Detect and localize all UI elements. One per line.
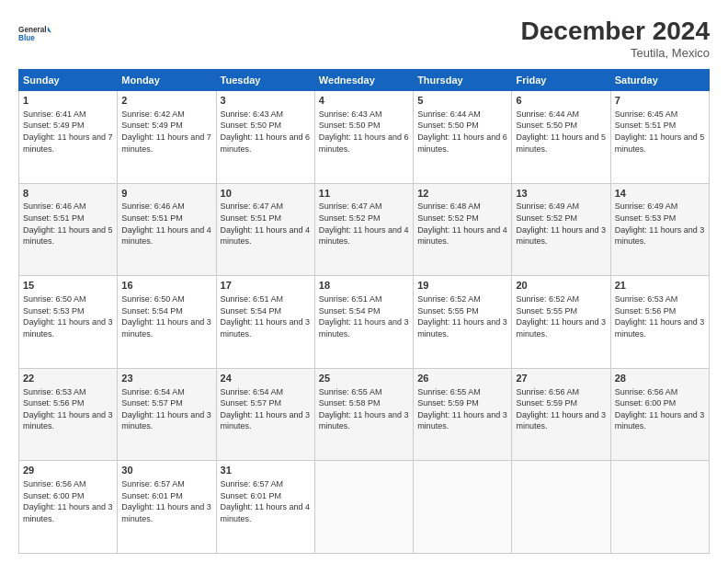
day-number: 11 [319, 187, 409, 201]
logo: General Blue [18, 17, 51, 50]
day-number: 27 [516, 372, 606, 385]
day-number: 19 [417, 279, 507, 293]
day-info: Sunrise: 6:56 AM Sunset: 6:00 PM Dayligh… [23, 478, 113, 524]
day-cell-9: 9Sunrise: 6:46 AM Sunset: 5:51 PM Daylig… [118, 183, 216, 276]
day-number: 18 [319, 279, 409, 293]
day-info: Sunrise: 6:56 AM Sunset: 5:59 PM Dayligh… [516, 386, 606, 432]
header: General Blue December 2024 Teutila, Mexi… [18, 17, 710, 60]
day-number: 20 [516, 279, 606, 293]
svg-text:Blue: Blue [18, 34, 35, 42]
day-cell-8: 8Sunrise: 6:46 AM Sunset: 5:51 PM Daylig… [19, 183, 118, 276]
day-number: 14 [615, 187, 705, 201]
week-row-5: 29Sunrise: 6:56 AM Sunset: 6:00 PM Dayli… [19, 461, 710, 554]
day-number: 30 [121, 464, 211, 477]
day-info: Sunrise: 6:54 AM Sunset: 5:57 PM Dayligh… [121, 386, 211, 432]
day-info: Sunrise: 6:45 AM Sunset: 5:51 PM Dayligh… [615, 109, 705, 155]
day-info: Sunrise: 6:43 AM Sunset: 5:50 PM Dayligh… [221, 109, 311, 155]
svg-text:General: General [18, 26, 47, 34]
col-header-wednesday: Wednesday [314, 70, 413, 91]
day-info: Sunrise: 6:57 AM Sunset: 6:01 PM Dayligh… [121, 478, 211, 524]
day-cell-17: 17Sunrise: 6:51 AM Sunset: 5:54 PM Dayli… [216, 276, 314, 369]
day-info: Sunrise: 6:56 AM Sunset: 6:00 PM Dayligh… [615, 386, 705, 432]
day-cell-25: 25Sunrise: 6:55 AM Sunset: 5:58 PM Dayli… [314, 368, 413, 461]
day-number: 4 [319, 94, 409, 108]
day-cell-3: 3Sunrise: 6:43 AM Sunset: 5:50 PM Daylig… [216, 91, 314, 184]
day-cell-2: 2Sunrise: 6:42 AM Sunset: 5:49 PM Daylig… [118, 91, 216, 184]
day-number: 7 [615, 94, 705, 108]
day-info: Sunrise: 6:52 AM Sunset: 5:55 PM Dayligh… [417, 293, 507, 339]
day-cell-29: 29Sunrise: 6:56 AM Sunset: 6:00 PM Dayli… [19, 461, 118, 554]
day-number: 25 [319, 372, 409, 385]
col-header-friday: Friday [512, 70, 610, 91]
day-cell-22: 22Sunrise: 6:53 AM Sunset: 5:56 PM Dayli… [19, 368, 118, 461]
day-number: 9 [121, 187, 211, 201]
day-number: 8 [23, 187, 113, 201]
day-cell-20: 20Sunrise: 6:52 AM Sunset: 5:55 PM Dayli… [512, 276, 610, 369]
day-number: 12 [417, 187, 507, 201]
day-info: Sunrise: 6:49 AM Sunset: 5:52 PM Dayligh… [516, 201, 606, 247]
calendar-header-row: SundayMondayTuesdayWednesdayThursdayFrid… [19, 70, 710, 91]
day-info: Sunrise: 6:50 AM Sunset: 5:53 PM Dayligh… [23, 293, 113, 339]
day-cell-19: 19Sunrise: 6:52 AM Sunset: 5:55 PM Dayli… [414, 276, 512, 369]
day-info: Sunrise: 6:54 AM Sunset: 5:57 PM Dayligh… [221, 386, 311, 432]
day-cell-11: 11Sunrise: 6:47 AM Sunset: 5:52 PM Dayli… [314, 183, 413, 276]
day-cell-15: 15Sunrise: 6:50 AM Sunset: 5:53 PM Dayli… [19, 276, 118, 369]
day-info: Sunrise: 6:55 AM Sunset: 5:58 PM Dayligh… [319, 386, 409, 432]
day-number: 29 [23, 464, 113, 477]
day-info: Sunrise: 6:44 AM Sunset: 5:50 PM Dayligh… [516, 109, 606, 155]
empty-cell [314, 461, 413, 554]
day-cell-23: 23Sunrise: 6:54 AM Sunset: 5:57 PM Dayli… [118, 368, 216, 461]
empty-cell [610, 461, 709, 554]
day-number: 28 [615, 372, 705, 385]
day-info: Sunrise: 6:46 AM Sunset: 5:51 PM Dayligh… [121, 201, 211, 247]
day-number: 2 [121, 94, 211, 108]
calendar-table: SundayMondayTuesdayWednesdayThursdayFrid… [18, 69, 710, 554]
col-header-tuesday: Tuesday [216, 70, 314, 91]
day-info: Sunrise: 6:53 AM Sunset: 5:56 PM Dayligh… [23, 386, 113, 432]
day-info: Sunrise: 6:43 AM Sunset: 5:50 PM Dayligh… [319, 109, 409, 155]
day-cell-13: 13Sunrise: 6:49 AM Sunset: 5:52 PM Dayli… [512, 183, 610, 276]
day-number: 13 [516, 187, 606, 201]
col-header-thursday: Thursday [414, 70, 512, 91]
subtitle: Teutila, Mexico [521, 46, 710, 60]
day-cell-18: 18Sunrise: 6:51 AM Sunset: 5:54 PM Dayli… [314, 276, 413, 369]
main-title: December 2024 [521, 17, 710, 46]
week-row-3: 15Sunrise: 6:50 AM Sunset: 5:53 PM Dayli… [19, 276, 710, 369]
day-info: Sunrise: 6:51 AM Sunset: 5:54 PM Dayligh… [319, 293, 409, 339]
day-cell-26: 26Sunrise: 6:55 AM Sunset: 5:59 PM Dayli… [414, 368, 512, 461]
day-number: 1 [23, 94, 113, 108]
day-info: Sunrise: 6:46 AM Sunset: 5:51 PM Dayligh… [23, 201, 113, 247]
week-row-4: 22Sunrise: 6:53 AM Sunset: 5:56 PM Dayli… [19, 368, 710, 461]
day-number: 16 [121, 279, 211, 293]
day-cell-5: 5Sunrise: 6:44 AM Sunset: 5:50 PM Daylig… [414, 91, 512, 184]
day-cell-24: 24Sunrise: 6:54 AM Sunset: 5:57 PM Dayli… [216, 368, 314, 461]
day-number: 31 [221, 464, 311, 477]
day-info: Sunrise: 6:49 AM Sunset: 5:53 PM Dayligh… [615, 201, 705, 247]
col-header-sunday: Sunday [19, 70, 118, 91]
day-cell-12: 12Sunrise: 6:48 AM Sunset: 5:52 PM Dayli… [414, 183, 512, 276]
svg-marker-2 [48, 27, 51, 33]
day-number: 5 [417, 94, 507, 108]
day-info: Sunrise: 6:47 AM Sunset: 5:51 PM Dayligh… [221, 201, 311, 247]
day-number: 3 [221, 94, 311, 108]
day-cell-14: 14Sunrise: 6:49 AM Sunset: 5:53 PM Dayli… [610, 183, 709, 276]
week-row-2: 8Sunrise: 6:46 AM Sunset: 5:51 PM Daylig… [19, 183, 710, 276]
day-number: 23 [121, 372, 211, 385]
day-info: Sunrise: 6:52 AM Sunset: 5:55 PM Dayligh… [516, 293, 606, 339]
empty-cell [414, 461, 512, 554]
day-cell-16: 16Sunrise: 6:50 AM Sunset: 5:54 PM Dayli… [118, 276, 216, 369]
day-info: Sunrise: 6:50 AM Sunset: 5:54 PM Dayligh… [121, 293, 211, 339]
day-info: Sunrise: 6:53 AM Sunset: 5:56 PM Dayligh… [615, 293, 705, 339]
day-cell-4: 4Sunrise: 6:43 AM Sunset: 5:50 PM Daylig… [314, 91, 413, 184]
day-cell-28: 28Sunrise: 6:56 AM Sunset: 6:00 PM Dayli… [610, 368, 709, 461]
title-block: December 2024 Teutila, Mexico [521, 17, 710, 60]
day-info: Sunrise: 6:47 AM Sunset: 5:52 PM Dayligh… [319, 201, 409, 247]
day-number: 21 [615, 279, 705, 293]
day-cell-30: 30Sunrise: 6:57 AM Sunset: 6:01 PM Dayli… [118, 461, 216, 554]
week-row-1: 1Sunrise: 6:41 AM Sunset: 5:49 PM Daylig… [19, 91, 710, 184]
col-header-monday: Monday [118, 70, 216, 91]
day-info: Sunrise: 6:57 AM Sunset: 6:01 PM Dayligh… [221, 478, 311, 524]
day-number: 10 [221, 187, 311, 201]
day-info: Sunrise: 6:48 AM Sunset: 5:52 PM Dayligh… [417, 201, 507, 247]
day-info: Sunrise: 6:44 AM Sunset: 5:50 PM Dayligh… [417, 109, 507, 155]
